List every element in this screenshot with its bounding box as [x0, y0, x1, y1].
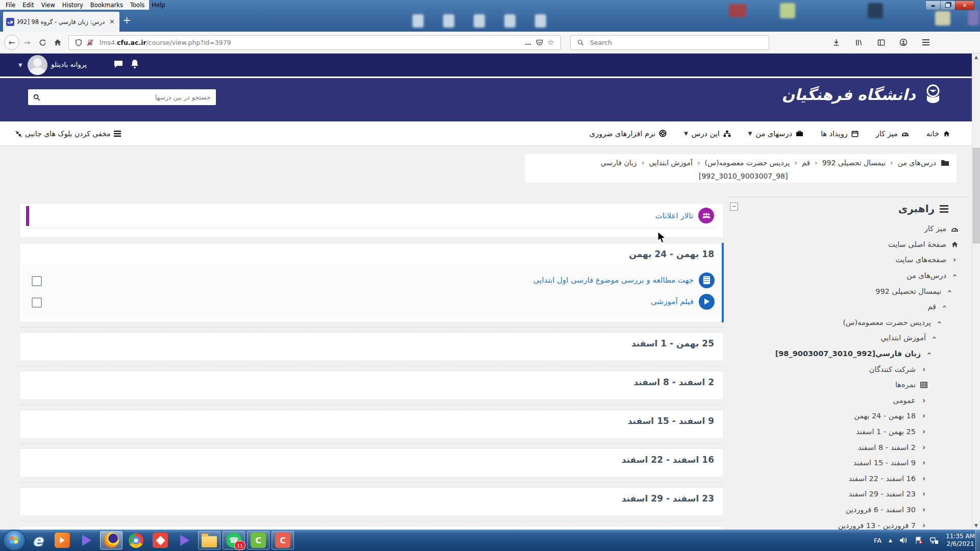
scroll-up-icon[interactable]: ▲ [973, 55, 979, 60]
taskbar-internet-explorer[interactable]: e [27, 531, 49, 549]
tracking-shield-icon[interactable] [73, 37, 84, 48]
tab-close-icon[interactable]: ✕ [108, 18, 116, 26]
document-icon[interactable] [699, 272, 715, 288]
block-menu-icon[interactable] [940, 208, 948, 210]
nav-item-calendar[interactable]: رویداد ها [821, 130, 859, 138]
menu-edit[interactable]: Edit [19, 2, 37, 9]
scrollbar-thumb[interactable] [973, 148, 980, 243]
sidebar-item[interactable]: ‹درس‌های من [729, 268, 969, 284]
show-desktop-button[interactable] [975, 530, 980, 551]
forum-icon[interactable] [698, 208, 714, 223]
language-indicator[interactable]: FA [874, 537, 881, 544]
breadcrumb-item[interactable]: آموزش ابتدايي [649, 159, 693, 167]
menu-tools[interactable]: Tools [127, 2, 148, 9]
scrollbar[interactable]: ▲ ▼ [972, 54, 980, 530]
nav-item-lifering[interactable]: نرم افزارهای ضروری [590, 130, 667, 138]
nav-item-dashboard[interactable]: میز کار [876, 130, 909, 138]
clock[interactable]: 11:35 AM 2/6/2021 [946, 533, 975, 548]
taskbar-camtasia[interactable]: C [247, 531, 270, 549]
sidebar-item[interactable]: ‹30 اسفند - 6 فروردین [729, 502, 969, 518]
downloads-icon[interactable] [830, 37, 842, 48]
completion-checkbox[interactable] [32, 276, 42, 286]
insecure-lock-icon[interactable] [84, 37, 95, 48]
menu-view[interactable]: View [38, 2, 59, 9]
breadcrumb-item[interactable]: درس‌های من [898, 159, 936, 167]
library-icon[interactable] [853, 37, 864, 48]
url-bar[interactable]: lms4.cfu.ac.ir/course/view.php?id=3979 …… [68, 35, 561, 50]
sidebar-item[interactable]: ‹پردیس حضرت معصومه(س) [729, 315, 969, 331]
home-icon[interactable] [50, 35, 65, 50]
sidebar-item[interactable]: ‹18 بهمن - 24 بهمن [729, 408, 969, 424]
activity-link[interactable]: جهت مطالعه و بررسی موضوع فارسی اول ابتدا… [533, 276, 694, 285]
pocket-icon[interactable] [534, 37, 545, 48]
browser-tab[interactable]: ف درس: زبان فارسي - گروه 98 [992] ✕ [3, 12, 119, 32]
sidebar-item[interactable]: نمره‌ها [729, 377, 969, 393]
sidebar-item[interactable]: میز کار [729, 221, 969, 237]
taskbar-diamond-app[interactable] [149, 531, 172, 549]
minimize-button[interactable]: ▬ [925, 1, 941, 10]
browser-search-input[interactable] [589, 38, 765, 47]
start-button[interactable] [3, 530, 26, 551]
taskbar-firefox[interactable] [100, 531, 122, 549]
reload-icon[interactable] [35, 35, 50, 50]
scroll-down-icon[interactable]: ▼ [973, 523, 979, 529]
page-actions-icon[interactable]: … [523, 37, 534, 48]
browser-search-bar[interactable] [570, 35, 769, 50]
nav-item-sitemap[interactable]: این درس▼ [684, 130, 731, 138]
sidebar-item[interactable]: ‹زبان فارسي[992_3010_9003007_98] [729, 346, 969, 362]
nav-item-briefcase[interactable]: درسهای من▼ [748, 130, 803, 138]
collapse-block-icon[interactable]: − [730, 203, 738, 211]
bookmark-star-icon[interactable]: ☆ [545, 37, 556, 48]
taskbar-kmplayer[interactable] [76, 531, 98, 549]
menu-help[interactable]: Help [148, 2, 168, 9]
network-icon[interactable] [930, 537, 939, 544]
messages-icon[interactable] [113, 60, 124, 69]
university-logo[interactable]: دانشگاه فرهنگیان [782, 83, 944, 106]
taskbar-file-explorer[interactable] [198, 531, 220, 549]
sidebar-item[interactable]: ‹شرکت کنندگان [729, 361, 969, 377]
sidebar-toggle-icon[interactable] [875, 37, 887, 48]
sidebar-item[interactable]: ‹قم [729, 299, 969, 315]
sidebar-item[interactable]: ‹16 اسفند - 22 اسفند [729, 471, 969, 487]
sidebar-item[interactable]: ‹23 اسفند - 29 اسفند [729, 486, 969, 502]
breadcrumb-item[interactable]: زبان فارسي [601, 159, 637, 167]
sidebar-item[interactable]: ‹2 اسفند - 8 اسفند [729, 439, 969, 455]
close-button[interactable]: ✕ [955, 1, 974, 10]
volume-icon[interactable] [899, 537, 908, 544]
course-search-input[interactable] [40, 93, 216, 101]
sidebar-item[interactable]: ‹عمومی [729, 393, 969, 409]
hidden-icons-caret-icon[interactable]: ▲ [889, 538, 892, 543]
sidebar-item[interactable]: ‹25 بهمن - 1 اسفند [729, 424, 969, 440]
activity-link[interactable]: فیلم آموزشی [651, 297, 694, 306]
user-menu-caret-icon[interactable]: ▼ [18, 62, 22, 68]
sidebar-item[interactable]: ‹نیمسال تحصیلی 992 [729, 283, 969, 299]
user-name[interactable]: پروانه بادینلو [51, 60, 87, 68]
announcements-link[interactable]: تالار اعلانات [655, 211, 693, 220]
breadcrumb-item[interactable]: نیمسال تحصیلی 992 [822, 159, 886, 167]
avatar[interactable] [28, 55, 47, 75]
taskbar-whatsapp[interactable]: ☎11 [223, 531, 245, 549]
menu-file[interactable]: File [2, 2, 19, 9]
menu-history[interactable]: History [59, 2, 87, 9]
completion-checkbox[interactable] [32, 297, 42, 308]
taskbar-kmplayer-2[interactable] [174, 531, 196, 549]
sidebar-item[interactable]: ‹9 اسفند - 15 اسفند [729, 455, 969, 471]
nav-item-home[interactable]: خانه [926, 130, 950, 138]
sidebar-item[interactable]: ‹آموزش ابتدايي [729, 330, 969, 346]
account-icon[interactable] [898, 37, 909, 48]
breadcrumb-item[interactable]: پردیس حضرت معصومه(س) [705, 159, 790, 167]
play-icon[interactable] [699, 294, 715, 310]
new-tab-button[interactable]: + [122, 15, 131, 25]
back-button[interactable]: ← [4, 35, 19, 50]
taskbar-camtasia-recorder[interactable]: C [272, 531, 294, 549]
menu-hamburger-icon[interactable] [920, 37, 932, 48]
action-center-flag-icon[interactable] [915, 537, 923, 544]
notifications-bell-icon[interactable] [130, 59, 139, 69]
forward-button[interactable]: → [19, 35, 35, 50]
sidebar-item[interactable]: ‹صفحه‌های سایت [729, 252, 969, 268]
hide-blocks-button[interactable]: مخفی کردن بلوک های جانبی [15, 121, 121, 146]
sidebar-item[interactable]: صفحهٔ اصلی سایت [729, 237, 969, 253]
menu-bookmarks[interactable]: Bookmarks [87, 2, 127, 9]
restore-button[interactable] [940, 1, 955, 10]
breadcrumb-item[interactable]: قم [802, 159, 810, 167]
